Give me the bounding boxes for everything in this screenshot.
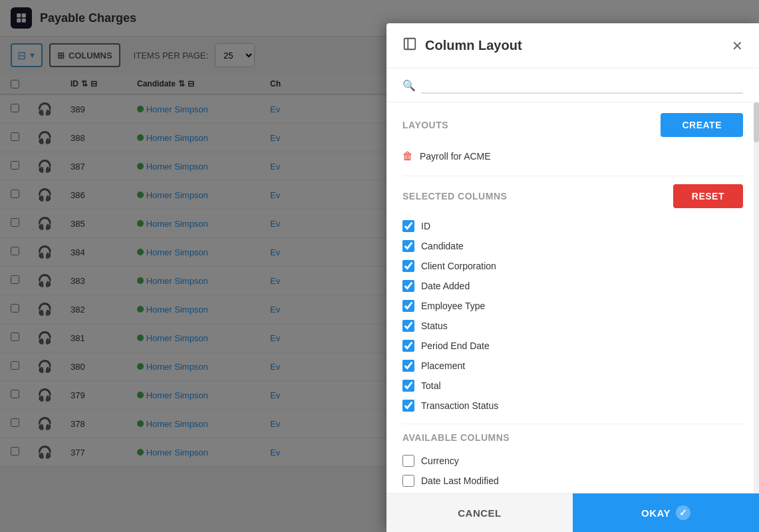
column-checkbox[interactable]	[402, 260, 414, 272]
available-column-row: Date Last Modified	[402, 471, 743, 491]
layout-item: 🗑 Payroll for ACME	[402, 145, 743, 168]
column-checkbox[interactable]	[402, 475, 414, 487]
selected-columns-list: ID Candidate Client Corporation Date Add…	[402, 216, 743, 416]
okay-button[interactable]: OKAY ✓	[573, 493, 759, 532]
column-checkbox[interactable]	[402, 300, 414, 312]
column-label: Date Added	[421, 281, 470, 291]
column-checkbox[interactable]	[402, 320, 414, 332]
selected-column-row: Period End Date	[402, 336, 743, 356]
selected-column-row: Placement	[402, 356, 743, 376]
column-label: Total	[421, 380, 441, 391]
selected-column-row: Date Added	[402, 276, 743, 296]
column-checkbox[interactable]	[402, 360, 414, 372]
available-columns-label: Available Columns	[402, 432, 510, 443]
reset-button[interactable]: RESET	[673, 184, 743, 208]
column-layout-modal: Column Layout ✕ 🔍 Layouts CREATE 🗑 Payro…	[386, 23, 759, 532]
modal-title: Column Layout	[425, 38, 724, 53]
selected-column-row: Status	[402, 316, 743, 336]
available-columns-list: Currency Date Last Modified	[402, 451, 743, 491]
selected-column-row: Employee Type	[402, 296, 743, 316]
selected-column-row: ID	[402, 216, 743, 236]
column-label: Placement	[421, 360, 465, 371]
column-label: Currency	[421, 456, 459, 466]
column-checkbox[interactable]	[402, 280, 414, 292]
scrollbar-thumb[interactable]	[754, 102, 759, 142]
column-checkbox[interactable]	[402, 220, 414, 232]
modal-close-button[interactable]: ✕	[732, 39, 743, 53]
selected-columns-label: Selected Columns	[402, 191, 507, 201]
available-column-row: Currency	[402, 451, 743, 471]
search-icon: 🔍	[402, 79, 416, 92]
check-icon: ✓	[676, 505, 690, 520]
layout-icon	[402, 37, 417, 55]
modal-footer: CANCEL OKAY ✓	[386, 493, 759, 532]
column-label: Candidate	[421, 241, 464, 251]
modal-overlay: Column Layout ✕ 🔍 Layouts CREATE 🗑 Payro…	[0, 0, 759, 532]
column-label: Period End Date	[421, 340, 490, 351]
selected-column-row: Candidate	[402, 236, 743, 256]
selected-columns-section-header: Selected Columns RESET	[402, 184, 743, 208]
column-label: Client Corporation	[421, 261, 496, 271]
selected-column-row: Total	[402, 376, 743, 396]
column-label: Date Last Modified	[421, 475, 499, 486]
column-label: Status	[421, 321, 448, 331]
search-input[interactable]	[421, 76, 743, 94]
svg-rect-4	[404, 39, 416, 50]
column-label: Employee Type	[421, 301, 485, 311]
column-label: Transaction Status	[421, 400, 498, 411]
modal-header: Column Layout ✕	[386, 23, 759, 68]
cancel-button[interactable]: CANCEL	[386, 493, 573, 532]
create-button[interactable]: CREATE	[661, 113, 743, 137]
trash-icon[interactable]: 🗑	[402, 150, 413, 162]
selected-column-row: Transaction Status	[402, 396, 743, 416]
selected-column-row: Client Corporation	[402, 256, 743, 276]
column-label: ID	[421, 221, 430, 231]
okay-label: OKAY	[641, 507, 671, 519]
scrollbar-track[interactable]	[754, 102, 759, 493]
column-checkbox[interactable]	[402, 240, 414, 252]
column-checkbox[interactable]	[402, 380, 414, 392]
layouts-section-header: Layouts CREATE	[402, 113, 743, 137]
layouts-label: Layouts	[402, 120, 448, 130]
modal-search-area: 🔍	[386, 68, 759, 102]
modal-body: Layouts CREATE 🗑 Payroll for ACME Select…	[386, 102, 759, 493]
column-checkbox[interactable]	[402, 340, 414, 352]
layout-name: Payroll for ACME	[420, 151, 491, 162]
column-checkbox[interactable]	[402, 455, 414, 467]
column-checkbox[interactable]	[402, 400, 414, 412]
available-columns-section-header: Available Columns	[402, 432, 743, 443]
